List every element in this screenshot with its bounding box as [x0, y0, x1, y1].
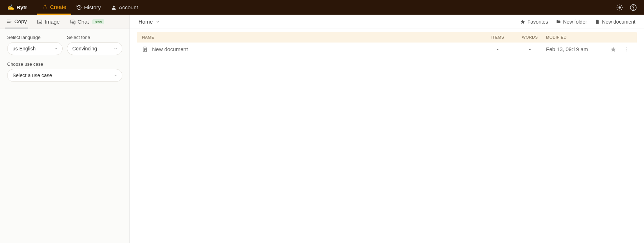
help-icon[interactable]	[630, 4, 637, 11]
row-name: New document	[152, 46, 188, 52]
col-items-header: Items	[482, 35, 514, 39]
breadcrumb-label: Home	[138, 19, 153, 25]
usecase-label: Choose use case	[7, 61, 122, 67]
content-toolbar: Home Favorites New folder New document	[130, 15, 644, 29]
favorites-label: Favorites	[527, 19, 548, 25]
nav-account[interactable]: Account	[106, 0, 143, 15]
usecase-select[interactable]: Select a use case	[7, 69, 122, 82]
svg-point-11	[633, 9, 633, 9]
language-select[interactable]: us English	[7, 42, 63, 55]
chevron-down-icon	[156, 20, 160, 24]
nav-create-label: Create	[50, 4, 66, 10]
image-icon	[37, 19, 43, 25]
more-vertical-icon	[623, 46, 629, 52]
col-words-header: Words	[514, 35, 546, 39]
row-modified: Feb 13, 09:19 am	[546, 46, 603, 52]
new-document-button[interactable]: New document	[595, 19, 635, 25]
chevron-down-icon	[113, 73, 118, 78]
star-icon	[610, 46, 616, 52]
document-icon	[142, 46, 148, 52]
tone-select[interactable]: Convincing	[67, 42, 122, 55]
nav-account-label: Account	[119, 4, 138, 10]
svg-point-24	[626, 50, 626, 51]
subtab-copy-label: Copy	[14, 18, 27, 24]
svg-point-0	[113, 5, 114, 7]
star-icon	[520, 19, 525, 24]
breadcrumb[interactable]: Home	[138, 19, 160, 25]
new-document-label: New document	[602, 19, 635, 25]
svg-line-9	[621, 5, 622, 6]
svg-line-4	[618, 5, 618, 6]
new-folder-button[interactable]: New folder	[556, 19, 587, 25]
nav-history[interactable]: History	[71, 0, 106, 15]
chevron-down-icon	[113, 46, 118, 51]
row-more-button[interactable]	[620, 46, 632, 52]
folder-plus-icon	[556, 19, 561, 24]
svg-line-8	[618, 9, 618, 9]
new-folder-label: New folder	[563, 19, 587, 25]
svg-point-22	[626, 47, 626, 48]
subtab-chat[interactable]: Chat new	[68, 15, 106, 29]
chat-icon	[70, 19, 75, 25]
history-icon	[76, 5, 82, 10]
brand-logo-icon: ✍️	[7, 4, 14, 11]
top-nav: ✍️ Rytr Create History Account	[0, 0, 644, 15]
svg-marker-17	[521, 20, 525, 24]
col-modified-header: Modified	[546, 35, 603, 39]
svg-point-23	[626, 49, 626, 49]
subtab-copy[interactable]: Copy	[5, 15, 28, 29]
left-panel: Copy Image Chat new Select language us E…	[0, 15, 130, 243]
nav-history-label: History	[84, 4, 101, 10]
nav-create[interactable]: Create	[37, 0, 71, 15]
language-select-value: us English	[13, 46, 36, 51]
tone-label: Select tone	[67, 35, 122, 40]
menu-icon	[6, 18, 12, 24]
svg-marker-21	[611, 47, 615, 51]
tone-select-value: Convincing	[72, 46, 97, 51]
chevron-down-icon	[54, 46, 58, 51]
row-items: -	[482, 46, 514, 52]
person-icon	[111, 5, 117, 10]
svg-point-16	[39, 21, 39, 21]
new-badge: new	[92, 19, 104, 24]
subtabs: Copy Image Chat new	[0, 15, 130, 29]
theme-toggle-icon[interactable]	[616, 4, 623, 11]
language-label: Select language	[7, 35, 63, 40]
usecase-select-value: Select a use case	[13, 73, 52, 78]
subtab-image[interactable]: Image	[35, 15, 61, 29]
brand-name: Rytr	[16, 4, 27, 10]
table-header: Name Items Words Modified	[137, 32, 637, 43]
svg-point-1	[619, 6, 621, 9]
subtab-image-label: Image	[45, 19, 60, 25]
table-row[interactable]: New document - - Feb 13, 09:19 am	[137, 43, 637, 56]
subtab-chat-label: Chat	[78, 19, 89, 25]
sparkle-icon	[42, 4, 48, 10]
favorites-button[interactable]: Favorites	[520, 19, 548, 25]
row-favorite-button[interactable]	[608, 46, 619, 52]
col-name-header: Name	[142, 35, 482, 39]
file-plus-icon	[595, 19, 600, 24]
row-words: -	[514, 46, 546, 52]
content-area: Home Favorites New folder New document	[130, 15, 644, 243]
svg-line-5	[621, 9, 622, 9]
brand[interactable]: ✍️ Rytr	[7, 4, 27, 11]
